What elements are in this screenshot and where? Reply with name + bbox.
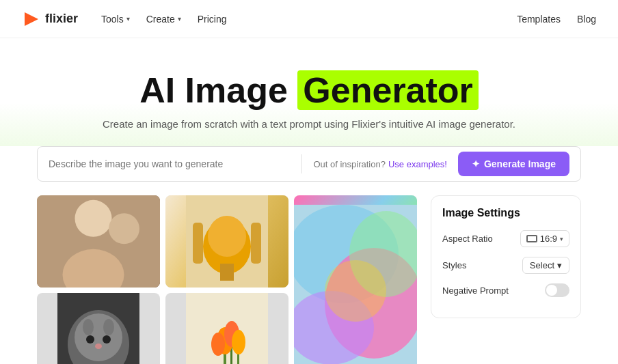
gallery-settings-container: Image Settings Aspect Ratio 16:9 ▾ Style… (37, 195, 581, 364)
svg-point-17 (103, 319, 114, 335)
gallery (37, 195, 417, 364)
image-settings-panel: Image Settings Aspect Ratio 16:9 ▾ Style… (431, 195, 581, 318)
aspect-ratio-row: Aspect Ratio 16:9 ▾ (442, 230, 569, 247)
prompt-bar: Out of inspiration? Use examples! ✦ Gene… (37, 146, 581, 182)
nav-create[interactable]: Create ▾ (139, 10, 188, 29)
negative-prompt-toggle[interactable] (545, 283, 569, 297)
svg-point-27 (232, 330, 245, 354)
nav-pricing[interactable]: Pricing (191, 10, 234, 29)
gallery-item-cat[interactable] (37, 293, 160, 364)
styles-row: Styles Select ▾ (442, 257, 569, 274)
logo-icon (22, 10, 41, 29)
svg-point-16 (83, 319, 94, 335)
gallery-item-colorful[interactable] (294, 195, 417, 364)
nav-right: Templates Blog (517, 14, 596, 25)
nav-links: Tools ▾ Create ▾ Pricing (94, 10, 234, 29)
settings-title: Image Settings (442, 207, 569, 219)
logo[interactable]: flixier (22, 10, 78, 29)
generate-button[interactable]: ✦ Generate Image (458, 152, 569, 176)
main-content: Out of inspiration? Use examples! ✦ Gene… (15, 146, 603, 364)
svg-rect-4 (220, 264, 234, 281)
hero-title-highlight: Generator (297, 70, 479, 110)
nav-blog[interactable]: Blog (577, 14, 596, 25)
tools-chevron-icon: ▾ (126, 15, 130, 23)
styles-control[interactable]: Select ▾ (522, 257, 569, 274)
svg-point-18 (86, 335, 94, 344)
svg-point-3 (208, 216, 246, 257)
gallery-grid (37, 195, 417, 364)
styles-chevron-icon: ▾ (557, 260, 562, 270)
logo-text: flixier (45, 12, 78, 26)
inspiration-text: Out of inspiration? (313, 159, 386, 169)
svg-point-19 (103, 335, 111, 344)
gallery-item-chair[interactable] (165, 195, 288, 288)
create-chevron-icon: ▾ (178, 15, 181, 23)
negative-prompt-label: Negative Prompt (442, 285, 509, 296)
aspect-ratio-value: 16:9 (540, 234, 557, 244)
svg-rect-5 (193, 223, 203, 264)
aspect-ratio-chevron-icon: ▾ (560, 236, 563, 242)
negative-prompt-row: Negative Prompt (442, 283, 569, 297)
ratio-icon (526, 235, 537, 242)
svg-rect-6 (251, 223, 261, 264)
nav-tools[interactable]: Tools ▾ (94, 10, 137, 29)
svg-point-15 (75, 313, 122, 361)
gallery-item-flowers[interactable] (165, 293, 288, 364)
aspect-ratio-control[interactable]: 16:9 ▾ (520, 230, 569, 247)
prompt-input[interactable] (49, 158, 291, 169)
nav-templates[interactable]: Templates (517, 14, 561, 25)
styles-value: Select (530, 260, 554, 270)
aspect-ratio-label: Aspect Ratio (442, 234, 493, 244)
svg-point-12 (325, 260, 386, 322)
svg-marker-0 (25, 12, 38, 26)
use-examples-link[interactable]: Use examples! (388, 159, 447, 169)
hero-subtitle: Create an image from scratch with a text… (22, 118, 596, 130)
hero-section: AI Image Generator Create an image from … (0, 38, 618, 146)
navbar: flixier Tools ▾ Create ▾ Pricing Templat… (0, 0, 618, 38)
svg-point-28 (211, 333, 225, 356)
styles-label: Styles (442, 260, 466, 270)
hero-title: AI Image Generator (22, 71, 596, 110)
svg-point-20 (95, 344, 102, 349)
gallery-item-women[interactable] (37, 195, 160, 288)
generate-icon: ✦ (472, 158, 480, 169)
prompt-divider (301, 154, 302, 173)
